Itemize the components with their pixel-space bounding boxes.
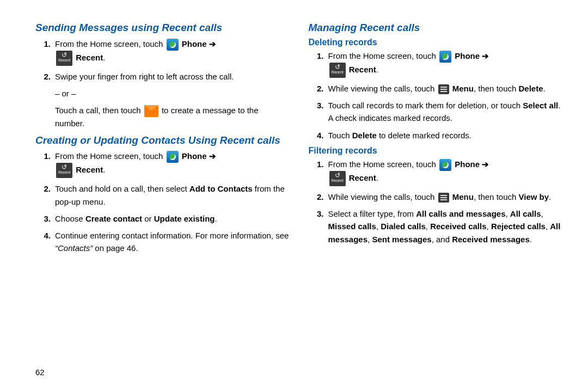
step: 2. While viewing the calls, touch Menu, … [309,191,562,203]
step-text: Swipe your finger from right to left acr… [55,70,289,83]
step-number: 2. [35,70,55,83]
step: 3. Touch call records to mark them for d… [309,99,562,125]
step-text: Touch Delete to delete marked records. [328,129,562,142]
step-text: From the Home screen, touch Phone ➔ Rece… [55,150,289,178]
step-number: 1. [35,150,55,162]
step-number: 1. [309,158,328,170]
phone-icon [439,51,451,63]
message-icon [144,105,158,117]
step-number: 3. [309,207,328,220]
step: 2. Swipe your finger from right to left … [35,70,289,83]
recent-icon [329,171,346,186]
phone-icon [439,159,451,171]
step-number: 2. [35,182,55,195]
step-text: Touch and hold on a call, then select Ad… [55,182,289,208]
step-text: While viewing the calls, touch Menu, the… [328,82,562,95]
recent-icon [329,63,346,78]
left-column: Sending Messages using Recent calls 1. F… [35,22,289,259]
step: 2. Touch and hold on a call, then select… [35,182,289,208]
arrow-icon: ➔ [482,51,489,60]
step-text: From the Home screen, touch Phone ➔ Rece… [55,38,289,66]
step-number: 4. [309,129,328,142]
step-text: Touch call records to mark them for dele… [328,99,562,125]
step-number: 1. [35,38,55,50]
step-text: From the Home screen, touch Phone ➔ Rece… [328,50,562,78]
heading-sending-messages: Sending Messages using Recent calls [35,22,289,34]
step-number: 3. [35,212,55,225]
recent-icon [56,163,72,178]
subheading-deleting: Deleting records [309,38,562,47]
subheading-filtering: Filtering records [309,146,562,156]
arrow-icon: ➔ [209,39,216,48]
steps-filtering: 1. From the Home screen, touch Phone ➔ R… [309,158,562,246]
or-divider: – or – [55,87,289,100]
step-number: 1. [309,50,328,62]
step: 3. Choose Create contact or Update exist… [35,212,289,225]
steps-creating: 1. From the Home screen, touch Phone ➔ R… [35,150,289,254]
step-text: Select a filter type, from All calls and… [328,207,562,246]
recent-icon [56,51,72,66]
phone-icon [167,151,179,163]
step-number: 2. [309,82,328,95]
step-number: 4. [35,229,55,242]
step-number: 3. [309,99,328,112]
step-text: Choose Create contact or Update existing… [55,212,289,225]
step: 1. From the Home screen, touch Phone ➔ R… [35,38,289,66]
alt-step-text: Touch a call, then touch to create a mes… [55,104,289,130]
step: 4. Continue entering contact information… [35,229,289,255]
right-column: Managing Recent calls Deleting records 1… [309,22,562,259]
step: 3. Select a filter type, from All calls … [309,207,562,246]
step-text: Continue entering contact information. F… [55,229,289,255]
arrow-icon: ➔ [482,160,489,169]
step: 1. From the Home screen, touch Phone ➔ R… [35,150,289,178]
arrow-icon: ➔ [209,151,216,161]
phone-icon [167,39,179,51]
steps-deleting: 1. From the Home screen, touch Phone ➔ R… [309,50,562,142]
step-number: 2. [309,191,328,203]
step: 1. From the Home screen, touch Phone ➔ R… [309,158,562,186]
menu-icon [438,193,449,203]
step: 4. Touch Delete to delete marked records… [309,129,562,142]
step: 2. While viewing the calls, touch Menu, … [309,82,562,95]
page-number: 62 [35,367,45,377]
step-text: From the Home screen, touch Phone ➔ Rece… [328,158,562,186]
heading-creating-contacts: Creating or Updating Contacts Using Rece… [35,134,289,147]
steps-sending: 1. From the Home screen, touch Phone ➔ R… [35,38,289,83]
step-text: While viewing the calls, touch Menu, the… [328,191,562,203]
menu-icon [438,84,449,94]
step: 1. From the Home screen, touch Phone ➔ R… [309,50,562,78]
heading-managing: Managing Recent calls [309,22,562,34]
